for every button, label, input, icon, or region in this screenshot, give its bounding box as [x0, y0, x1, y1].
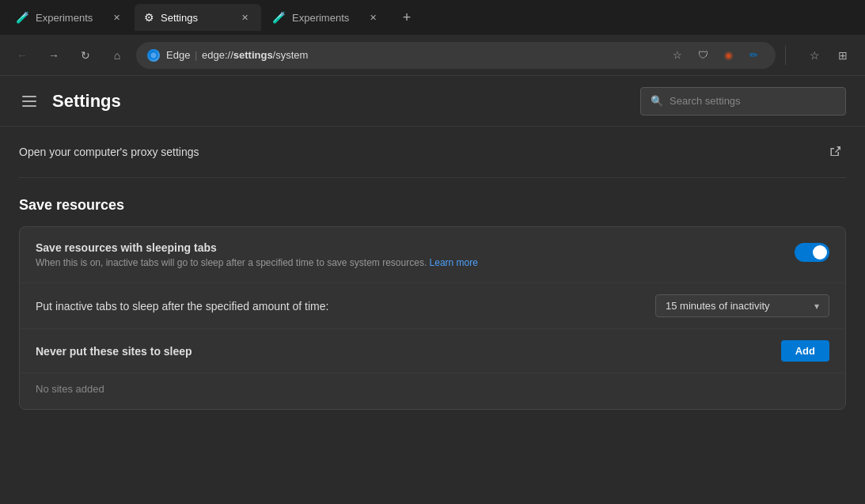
tab-label-2: Settings — [161, 12, 231, 24]
proxy-row: Open your computer's proxy settings — [19, 127, 846, 178]
url-protocol: edge:// — [202, 49, 233, 61]
never-sleep-row: Never put these sites to sleep Add — [20, 329, 845, 373]
page-title: Settings — [52, 91, 628, 112]
url-suffix: /system — [273, 49, 309, 61]
tab-close-2[interactable]: ✕ — [237, 10, 252, 25]
wallet-icon[interactable]: ◉ — [717, 44, 739, 66]
address-text: Edge | edge://settings/system — [166, 49, 308, 61]
tab-close-1[interactable]: ✕ — [109, 10, 123, 25]
address-input[interactable]: Edge | edge://settings/system ☆ 🛡 ◉ ✏ — [136, 42, 776, 69]
settings-header: Settings 🔍 — [0, 76, 865, 127]
search-icon: 🔍 — [651, 95, 663, 107]
toolbar-right: ☆ ⊞ — [802, 43, 856, 68]
no-sites-text: No sites added — [36, 383, 104, 395]
add-site-button[interactable]: Add — [781, 340, 829, 362]
refresh-button[interactable]: ↻ — [73, 43, 98, 68]
pen-icon[interactable]: ✏ — [742, 44, 764, 66]
tab-label-1: Experiments — [36, 12, 103, 24]
collections-toolbar-btn[interactable]: ⊞ — [830, 43, 856, 68]
browser-name: Edge — [166, 49, 190, 61]
sleep-after-selected: 15 minutes of inactivity — [666, 300, 808, 312]
save-resources-card: Save resources with sleeping tabs When t… — [19, 226, 846, 410]
address-bar: ← → ↻ ⌂ Edge | edge://settings/system ☆ … — [0, 35, 865, 76]
never-sleep-label: Never put these sites to sleep — [36, 345, 192, 358]
home-button[interactable]: ⌂ — [104, 43, 130, 68]
sleeping-tabs-desc-text: When this is on, inactive tabs will go t… — [36, 257, 430, 268]
save-resources-section-title: Save resources — [19, 197, 846, 214]
search-settings-field[interactable]: 🔍 — [640, 87, 846, 116]
tab-settings[interactable]: ⚙ Settings ✕ — [135, 4, 261, 31]
tab-experiments-1[interactable]: 🧪 Experiments ✕ — [6, 4, 133, 31]
proxy-label: Open your computer's proxy settings — [19, 146, 199, 158]
proxy-external-link-button[interactable] — [824, 141, 846, 163]
tab-experiments-2[interactable]: 🧪 Experiments ✕ — [263, 4, 389, 31]
learn-more-link[interactable]: Learn more — [430, 257, 478, 268]
back-button[interactable]: ← — [9, 43, 35, 68]
address-right-icons: ☆ 🛡 ◉ ✏ — [666, 44, 764, 66]
forward-button[interactable]: → — [41, 43, 66, 68]
favorites-toolbar-btn[interactable]: ☆ — [802, 43, 827, 68]
tab-label-3: Experiments — [292, 12, 359, 24]
experiments-icon-2: 🧪 — [272, 11, 286, 24]
tab-close-3[interactable]: ✕ — [366, 10, 380, 25]
no-sites-row: No sites added — [20, 373, 845, 409]
chevron-down-icon: ▾ — [814, 301, 819, 312]
sleeping-tabs-row: Save resources with sleeping tabs When t… — [20, 227, 845, 283]
search-settings-input[interactable] — [670, 95, 836, 107]
hamburger-menu-button[interactable] — [19, 93, 40, 110]
new-tab-button[interactable]: + — [394, 5, 419, 30]
edge-logo-icon — [147, 49, 160, 62]
address-divider: | — [195, 49, 200, 61]
sleep-after-dropdown[interactable]: 15 minutes of inactivity ▾ — [655, 294, 829, 317]
toolbar-divider-1 — [785, 46, 786, 65]
sleep-after-label: Put inactive tabs to sleep after the spe… — [36, 300, 655, 313]
sleeping-tabs-content: Save resources with sleeping tabs When t… — [36, 241, 782, 268]
experiments-icon-1: 🧪 — [16, 11, 29, 24]
sleeping-tabs-desc: When this is on, inactive tabs will go t… — [36, 257, 782, 268]
sleeping-tabs-toggle[interactable] — [795, 243, 829, 262]
settings-icon-tab: ⚙ — [144, 11, 154, 24]
sleep-after-row: Put inactive tabs to sleep after the spe… — [20, 283, 845, 329]
settings-page: Settings 🔍 Open your computer's proxy se… — [0, 76, 865, 504]
shield-icon[interactable]: 🛡 — [692, 44, 714, 66]
favorite-button[interactable]: ☆ — [666, 44, 689, 66]
tab-bar: 🧪 Experiments ✕ ⚙ Settings ✕ 🧪 Experimen… — [0, 0, 865, 35]
url-path: settings — [233, 49, 273, 61]
sleeping-tabs-title: Save resources with sleeping tabs — [36, 241, 782, 254]
settings-body: Open your computer's proxy settings Save… — [0, 127, 865, 435]
